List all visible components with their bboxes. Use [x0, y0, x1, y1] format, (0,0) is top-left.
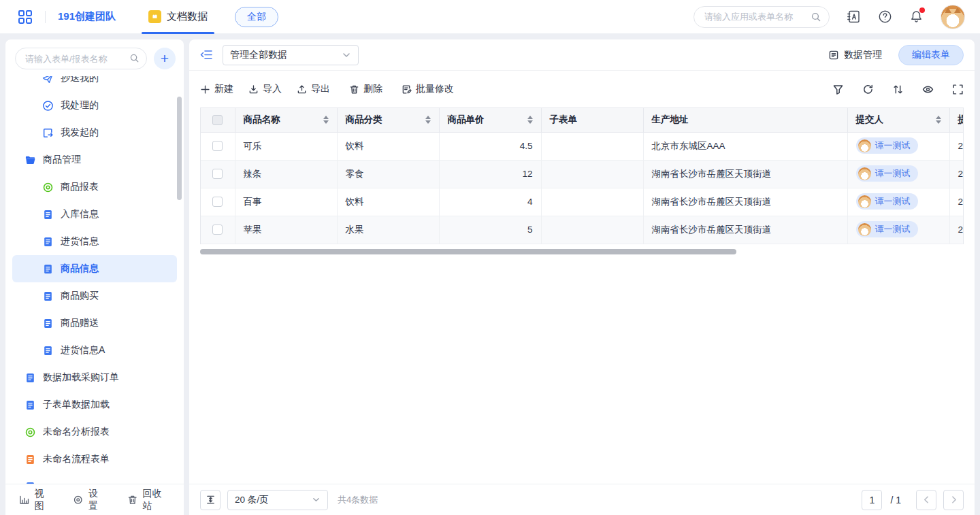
row-select-cell — [201, 216, 235, 244]
sidebar-item-label: 商品购买 — [61, 290, 99, 302]
add-form-button[interactable]: + — [154, 48, 176, 69]
sidebar-item-label: 我处理的 — [61, 99, 99, 112]
sort-icon[interactable] — [425, 116, 431, 124]
row-checkbox[interactable] — [212, 197, 223, 207]
sidebar: + 抄送我的我处理的我发起的商品管理商品报表入库信息进货信息商品信息商品购买商品… — [5, 39, 184, 515]
row-height-button[interactable] — [200, 490, 220, 510]
sidebar-item-label: 未命名分析报表 — [43, 426, 110, 438]
sort-icon[interactable] — [323, 116, 329, 124]
toolbar-button-label: 新建 — [214, 83, 233, 95]
column-header-商品名称[interactable]: 商品名称 — [235, 108, 337, 132]
tab-app-docs[interactable]: 文档数据 — [139, 0, 217, 34]
sort-icon[interactable] — [527, 116, 533, 124]
toolbar-button-label: 批量修改 — [416, 83, 454, 95]
apps-grid-icon[interactable] — [18, 10, 33, 24]
collapse-sidebar-icon[interactable] — [200, 48, 213, 61]
toolbar-导出-button[interactable]: 导出 — [297, 83, 330, 95]
toolbar-新建-button[interactable]: 新建 — [200, 83, 233, 95]
table-row[interactable]: 苹果水果5湖南省长沙市岳麓区天顶街道谭一测试20 — [201, 216, 964, 244]
total-count-text: 共4条数据 — [338, 494, 378, 506]
sidebar-scrollbar[interactable] — [177, 97, 182, 200]
submitter-pill[interactable]: 谭一测试 — [856, 221, 918, 237]
sidebar-item-进货信息[interactable]: 进货信息 — [12, 228, 177, 255]
sidebar-item-入库信息[interactable]: 入库信息 — [12, 201, 177, 228]
cell-name: 可乐 — [235, 132, 337, 160]
edit-form-button[interactable]: 编辑表单 — [898, 45, 964, 65]
fullscreen-icon[interactable] — [952, 84, 964, 95]
sidebar-item-商品购买[interactable]: 商品购买 — [12, 282, 177, 310]
cell-name: 辣条 — [235, 160, 337, 188]
sidebar-item-数据加载采购订单[interactable]: 数据加载采购订单 — [12, 364, 177, 391]
column-header-子表单[interactable]: 子表单 — [541, 108, 643, 132]
sidebar-item-partial[interactable] — [12, 473, 177, 484]
search-icon[interactable] — [129, 53, 140, 63]
filter-icon[interactable] — [832, 84, 844, 95]
notifications-bell-icon[interactable] — [909, 10, 924, 24]
form-search-input[interactable] — [15, 48, 147, 69]
sidebar-item-进货信息A[interactable]: 进货信息A — [12, 337, 177, 364]
column-header-生产地址[interactable]: 生产地址 — [643, 108, 847, 132]
help-icon[interactable] — [878, 10, 892, 24]
chevron-down-icon — [312, 495, 321, 504]
cell-address: 湖南省长沙市岳麓区天顶街道 — [643, 160, 847, 188]
sidebar-item-未命名流程表单[interactable]: 未命名流程表单 — [12, 446, 177, 473]
column-header-商品单价[interactable]: 商品单价 — [439, 108, 541, 132]
sidebar-item-我发起的[interactable]: 我发起的 — [12, 119, 177, 146]
column-header-商品分类[interactable]: 商品分类 — [337, 108, 439, 132]
data-manage-icon — [828, 50, 839, 61]
data-view-select[interactable]: 管理全部数据 — [223, 45, 359, 65]
toolbar-button-label: 导出 — [311, 83, 330, 95]
sidebar-item-商品信息[interactable]: 商品信息 — [12, 255, 177, 282]
column-header-提[interactable]: 提 — [949, 108, 964, 132]
sort-icon[interactable] — [936, 116, 941, 124]
sidebar-item-我处理的[interactable]: 我处理的 — [12, 92, 177, 119]
team-name[interactable]: 191创建团队 — [58, 10, 116, 23]
row-checkbox[interactable] — [212, 141, 223, 151]
search-icon[interactable] — [811, 12, 821, 22]
horizontal-scrollbar[interactable] — [200, 249, 736, 254]
current-page-input[interactable]: 1 — [862, 490, 882, 510]
submitter-pill[interactable]: 谭一测试 — [856, 137, 918, 154]
row-checkbox[interactable] — [212, 225, 223, 235]
sidebar-item-商品赠送[interactable]: 商品赠送 — [12, 310, 177, 337]
sidebar-item-label: 子表单数据加载 — [43, 399, 110, 411]
sort-icon[interactable] — [892, 84, 904, 95]
sidebar-item-label: 我发起的 — [61, 127, 99, 139]
table-row[interactable]: 可乐饮料4.5北京市东城区AAA谭一测试20 — [201, 132, 964, 160]
sidebar-item-商品管理[interactable]: 商品管理 — [12, 146, 177, 173]
prev-page-button[interactable] — [916, 490, 936, 510]
table-row[interactable]: 辣条零食12湖南省长沙市岳麓区天顶街道谭一测试20 — [201, 160, 964, 188]
column-label: 生产地址 — [652, 114, 689, 126]
contacts-icon[interactable] — [847, 10, 861, 24]
page-size-select[interactable]: 20 条/页 — [227, 490, 328, 510]
sidebar-item-未命名分析报表[interactable]: 未命名分析报表 — [12, 418, 177, 446]
sidebar-item-label: 商品管理 — [43, 154, 81, 166]
column-header-提交人[interactable]: 提交人 — [847, 108, 949, 132]
row-checkbox[interactable] — [212, 169, 223, 179]
user-avatar[interactable] — [941, 5, 965, 29]
sidebar-footer-回收站[interactable]: 回收站 — [127, 488, 170, 512]
toolbar-批量修改-button[interactable]: 批量修改 — [402, 83, 454, 95]
next-page-button[interactable] — [943, 490, 964, 510]
global-search-input[interactable] — [693, 6, 830, 28]
select-all-checkbox[interactable] — [212, 115, 223, 125]
table-row[interactable]: 百事饮料4湖南省长沙市岳麓区天顶街道谭一测试20 — [201, 188, 964, 216]
doc-icon — [42, 236, 54, 248]
eye-icon[interactable] — [922, 84, 934, 95]
column-label: 商品分类 — [346, 114, 382, 126]
submitter-pill[interactable]: 谭一测试 — [856, 193, 918, 210]
footer-label: 设置 — [88, 488, 107, 512]
sidebar-item-子表单数据加载[interactable]: 子表单数据加载 — [12, 391, 177, 418]
toolbar-删除-button[interactable]: 删除 — [349, 83, 382, 95]
submitter-pill[interactable]: 谭一测试 — [856, 165, 918, 182]
data-manage-button[interactable]: 数据管理 — [828, 49, 882, 61]
toolbar-导入-button[interactable]: 导入 — [248, 83, 282, 95]
sidebar-footer-视图[interactable]: 视图 — [19, 488, 52, 512]
sidebar-item-抄送我的[interactable]: 抄送我的 — [12, 76, 177, 92]
sidebar-footer-设置[interactable]: 设置 — [73, 488, 106, 512]
doc-icon — [42, 209, 54, 220]
scope-all-pill[interactable]: 全部 — [235, 7, 278, 27]
sidebar-item-label: 数据加载采购订单 — [43, 371, 119, 384]
refresh-icon[interactable] — [862, 84, 874, 95]
sidebar-item-商品报表[interactable]: 商品报表 — [12, 173, 177, 201]
